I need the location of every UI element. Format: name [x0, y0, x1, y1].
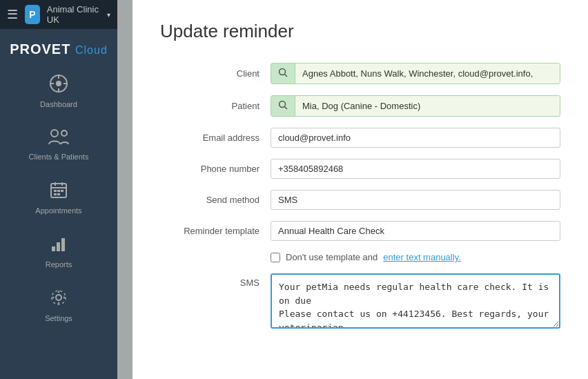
brand-name: Animal Clinic UK	[47, 4, 99, 25]
send-method-row: Send method	[160, 190, 560, 210]
sms-row: SMS Your pet<span style="color:#3498db;"…	[160, 273, 560, 329]
send-method-label: Send method	[160, 195, 271, 205]
phone-label: Phone number	[160, 164, 271, 174]
svg-rect-18	[57, 242, 60, 251]
client-search-button[interactable]	[271, 64, 295, 84]
client-input-wrapper	[271, 63, 560, 84]
sidebar-item-dashboard-label: Dashboard	[40, 100, 77, 108]
sidebar: ☰ P Animal Clinic UK ▾ PROVET Cloud Dash…	[0, 0, 117, 379]
sidebar-item-reports[interactable]: Reports	[0, 224, 117, 278]
patient-input[interactable]	[295, 96, 560, 116]
patient-search-button[interactable]	[271, 96, 295, 116]
email-row: Email address	[160, 128, 560, 148]
svg-line-25	[285, 107, 288, 110]
sidebar-item-reports-label: Reports	[46, 260, 72, 269]
sidebar-item-clients[interactable]: Clients & Patients	[0, 118, 117, 171]
sidebar-nav: Dashboard Clients & Patients	[0, 64, 117, 332]
provet-logo: PROVET Cloud	[7, 41, 110, 57]
brand-chevron-icon[interactable]: ▾	[107, 11, 110, 19]
search-icon	[278, 68, 288, 77]
sidebar-item-clients-label: Clients & Patients	[29, 153, 89, 161]
clients-icon	[48, 128, 70, 150]
patient-row: Patient	[160, 95, 560, 117]
patient-label: Patient	[160, 101, 271, 111]
email-input[interactable]	[271, 128, 560, 148]
appointments-icon	[49, 180, 68, 204]
dont-use-template-checkbox[interactable]	[271, 253, 280, 262]
sms-label: SMS	[160, 273, 271, 288]
update-reminder-modal: Update reminder Client Patient	[133, 0, 588, 379]
sidebar-item-dashboard[interactable]: Dashboard	[0, 64, 117, 118]
dashboard-icon	[49, 74, 68, 97]
svg-point-22	[280, 69, 286, 75]
patient-input-wrapper	[271, 95, 560, 117]
reminder-template-input[interactable]	[271, 221, 560, 241]
dont-use-template-row: Don't use template and enter text manual…	[271, 252, 560, 262]
top-bar: ☰ P Animal Clinic UK ▾	[0, 0, 117, 29]
modal-overlay: Update reminder Client Patient	[117, 0, 588, 379]
settings-icon	[49, 288, 68, 311]
client-row: Client	[160, 63, 560, 84]
svg-rect-13	[57, 190, 60, 192]
hamburger-icon[interactable]: ☰	[7, 7, 18, 22]
sms-textarea[interactable]: Your pet<span style="color:#3498db;">Mia…	[271, 273, 560, 329]
modal-title: Update reminder	[160, 21, 560, 42]
svg-rect-17	[52, 246, 55, 251]
svg-rect-15	[54, 193, 57, 195]
reminder-template-label: Reminder template	[160, 226, 271, 236]
svg-point-1	[56, 81, 61, 86]
client-label: Client	[160, 68, 271, 79]
phone-input[interactable]	[271, 159, 560, 179]
main-content: Update reminder Client Patient	[117, 0, 588, 379]
search-icon	[278, 100, 288, 110]
svg-point-7	[61, 130, 67, 136]
enter-manually-link[interactable]: enter text manually.	[383, 252, 460, 262]
svg-rect-14	[61, 190, 63, 192]
sidebar-item-settings[interactable]: Settings	[0, 278, 117, 332]
sidebar-item-appointments[interactable]: Appointments	[0, 171, 117, 224]
send-method-input[interactable]	[271, 190, 560, 210]
brand-logo-icon: P	[25, 5, 40, 24]
svg-point-24	[280, 101, 286, 108]
dont-use-template-text: Don't use template and	[286, 252, 378, 262]
sidebar-item-appointments-label: Appointments	[35, 206, 81, 215]
reminder-template-row: Reminder template	[160, 221, 560, 241]
reports-icon	[49, 234, 68, 257]
svg-rect-16	[57, 193, 60, 195]
svg-point-20	[56, 295, 61, 300]
svg-line-23	[285, 75, 288, 77]
svg-point-6	[51, 130, 58, 137]
svg-rect-12	[54, 190, 57, 192]
phone-row: Phone number	[160, 159, 560, 179]
client-input[interactable]	[295, 64, 560, 84]
svg-rect-19	[61, 238, 65, 251]
email-label: Email address	[160, 133, 271, 143]
sidebar-logo-area: PROVET Cloud	[0, 29, 117, 64]
sidebar-item-settings-label: Settings	[45, 314, 72, 322]
